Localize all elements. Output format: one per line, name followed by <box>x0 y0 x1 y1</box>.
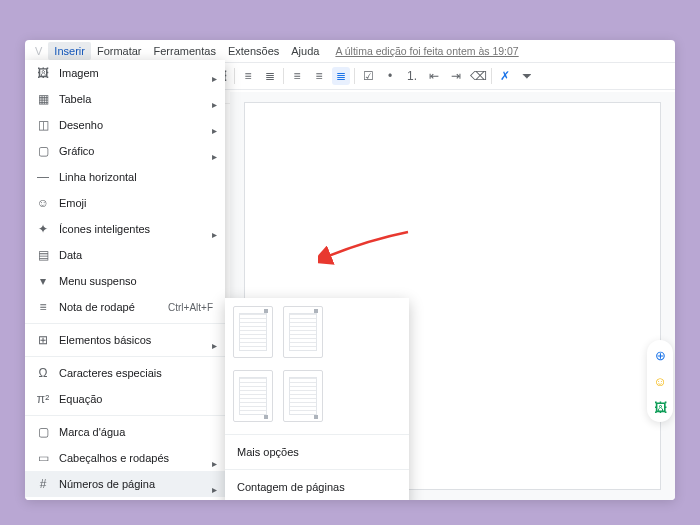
menu-item-emoji[interactable]: ☺Emoji <box>25 190 225 216</box>
input-tools[interactable]: ✗ <box>496 67 514 85</box>
menu-label: Menu suspenso <box>59 275 213 287</box>
imagem-icon: 🖼 <box>35 65 51 81</box>
menu-label: Tabela <box>59 93 205 105</box>
menu-item-tabela[interactable]: ▦Tabela <box>25 86 225 112</box>
data-icon: ▤ <box>35 247 51 263</box>
menu-item-nota-de-rodap-[interactable]: ≡Nota de rodapéCtrl+Alt+F <box>25 294 225 320</box>
pn-top-right[interactable] <box>233 306 273 358</box>
menu-label: Desenho <box>59 119 205 131</box>
more-options[interactable]: Mais opções <box>233 439 401 465</box>
list-check[interactable]: ☑ <box>359 67 377 85</box>
side-tools: ⊕ ☺ 🖼 <box>647 340 673 422</box>
menu-label: Linha horizontal <box>59 171 213 183</box>
insert-menu: 🖼Imagem▦Tabela◫Desenho▢Gráfico—Linha hor… <box>25 60 225 500</box>
page-count[interactable]: Contagem de páginas <box>233 474 401 500</box>
menu-label: Equação <box>59 393 213 405</box>
menu-label: Imagem <box>59 67 205 79</box>
align-left-button[interactable]: ≡ <box>239 67 257 85</box>
marca-d-gua-icon: ▢ <box>35 424 51 440</box>
tabela-icon: ▦ <box>35 91 51 107</box>
menu-label: Cabeçalhos e rodapés <box>59 452 205 464</box>
desenho-icon: ◫ <box>35 117 51 133</box>
menu-label: Nota de rodapé <box>59 301 160 313</box>
pn-bottom-right-skip[interactable] <box>283 370 323 422</box>
voice-type[interactable]: ⏷ <box>518 67 536 85</box>
app-window: V Inserir Formatar Ferramentas Extensões… <box>25 40 675 500</box>
menu-label: Data <box>59 249 213 261</box>
nota-de-rodap--icon: ≡ <box>35 299 51 315</box>
menu-ajuda[interactable]: Ajuda <box>285 42 325 60</box>
menu-label: Elementos básicos <box>59 334 205 346</box>
menu-label: Números de página <box>59 478 205 490</box>
shortcut: Ctrl+Alt+F <box>168 302 213 313</box>
linha-horizontal-icon: — <box>35 169 51 185</box>
menu-item--cones-inteligentes[interactable]: ✦Ícones inteligentes <box>25 216 225 242</box>
page-number-submenu: Mais opções Contagem de páginas <box>225 298 409 500</box>
cabe-alhos-e-rodap-s-icon: ▭ <box>35 450 51 466</box>
menu-label: Gráfico <box>59 145 205 157</box>
menu-item-marca-d-gua[interactable]: ▢Marca d'água <box>25 419 225 445</box>
menu-item-data[interactable]: ▤Data <box>25 242 225 268</box>
menu-item-equa-o[interactable]: π²Equação <box>25 386 225 412</box>
menu-item-caracteres-especiais[interactable]: ΩCaracteres especiais <box>25 360 225 386</box>
menu-item-linha-horizontal[interactable]: —Linha horizontal <box>25 164 225 190</box>
elementos-b-sicos-icon: ⊞ <box>35 332 51 348</box>
emoji-icon: ☺ <box>35 195 51 211</box>
menu-item-imagem[interactable]: 🖼Imagem <box>25 60 225 86</box>
clear-format[interactable]: ⌫ <box>469 67 487 85</box>
emoji-fab[interactable]: ☺ <box>650 371 670 391</box>
-cones-inteligentes-icon: ✦ <box>35 221 51 237</box>
menu-ferramentas[interactable]: Ferramentas <box>148 42 222 60</box>
menu-suspenso-icon: ▾ <box>35 273 51 289</box>
gr-fico-icon: ▢ <box>35 143 51 159</box>
menu-item-n-meros-de-p-gina[interactable]: #Números de página <box>25 471 225 497</box>
menu-label: Emoji <box>59 197 213 209</box>
pn-top-right-skip[interactable] <box>283 306 323 358</box>
caracteres-especiais-icon: Ω <box>35 365 51 381</box>
align-c[interactable]: ≡ <box>310 67 328 85</box>
indent-inc[interactable]: ⇥ <box>447 67 465 85</box>
menu-formatar[interactable]: Formatar <box>91 42 148 60</box>
last-edit-info[interactable]: A última edição foi feita ontem às 19:07 <box>329 42 524 60</box>
menu-item-menu-suspenso[interactable]: ▾Menu suspenso <box>25 268 225 294</box>
indent-dec[interactable]: ⇤ <box>425 67 443 85</box>
menu-item-elementos-b-sicos[interactable]: ⊞Elementos básicos <box>25 327 225 353</box>
menu-label: Ícones inteligentes <box>59 223 205 235</box>
menu-label: Caracteres especiais <box>59 367 213 379</box>
add-comment-fab[interactable]: ⊕ <box>650 345 670 365</box>
menu-item-gr-fico[interactable]: ▢Gráfico <box>25 138 225 164</box>
align-l[interactable]: ≡ <box>288 67 306 85</box>
align-j[interactable]: ≣ <box>332 67 350 85</box>
line-spacing-button[interactable]: ≣ <box>261 67 279 85</box>
list-bullet[interactable]: • <box>381 67 399 85</box>
image-fab[interactable]: 🖼 <box>650 397 670 417</box>
list-number[interactable]: 1. <box>403 67 421 85</box>
menu-label: Marca d'água <box>59 426 213 438</box>
menu-item-cabe-alhos-e-rodap-s[interactable]: ▭Cabeçalhos e rodapés <box>25 445 225 471</box>
menu-hidden[interactable]: V <box>29 42 48 60</box>
equa-o-icon: π² <box>35 391 51 407</box>
pn-bottom-right[interactable] <box>233 370 273 422</box>
menu-inserir[interactable]: Inserir <box>48 42 91 60</box>
menu-item-desenho[interactable]: ◫Desenho <box>25 112 225 138</box>
n-meros-de-p-gina-icon: # <box>35 476 51 492</box>
menu-item-quebra[interactable]: ↲Quebra <box>25 497 225 500</box>
menu-extensoes[interactable]: Extensões <box>222 42 285 60</box>
